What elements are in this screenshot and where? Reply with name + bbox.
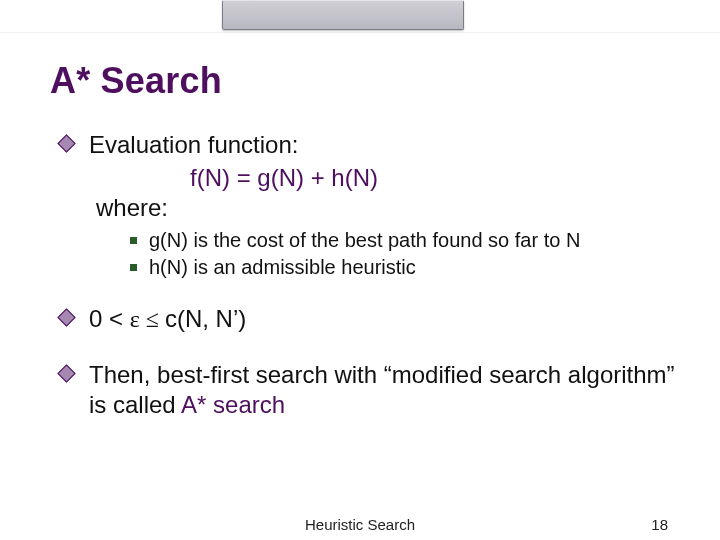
square-bullet-icon [130, 264, 137, 271]
eval-label: Evaluation function: [89, 130, 298, 160]
definition-g: g(N) is the cost of the best path found … [130, 228, 680, 253]
footer-label: Heuristic Search [305, 516, 415, 533]
page-number: 18 [651, 516, 668, 533]
title-placeholder-bar [222, 0, 464, 30]
inequality-text: 0 < ε ≤ c(N, N’) [89, 304, 246, 334]
ineq-prefix: 0 < [89, 305, 130, 332]
ineq-rhs: c(N, N’) [165, 305, 246, 332]
def-h-text: h(N) is an admissible heuristic [149, 255, 416, 280]
top-bar [0, 0, 720, 33]
diamond-bullet-icon [57, 364, 75, 382]
diamond-bullet-icon [57, 308, 75, 326]
diamond-bullet-icon [57, 134, 75, 152]
conclusion-text: Then, best-first search with “modified s… [89, 360, 680, 420]
conclusion-pre: Then, best-first search with “modified s… [89, 361, 675, 418]
definition-h: h(N) is an admissible heuristic [130, 255, 680, 280]
slide: A* Search Evaluation function: f(N) = g(… [0, 0, 720, 540]
leq-symbol: ≤ [140, 306, 165, 332]
conclusion-accent: A* search [181, 391, 285, 418]
formula: f(N) = g(N) + h(N) [190, 164, 680, 192]
where-label: where: [96, 194, 680, 222]
bullet-conclusion: Then, best-first search with “modified s… [60, 360, 680, 420]
epsilon-symbol: ε [130, 306, 140, 332]
bullet-inequality: 0 < ε ≤ c(N, N’) [60, 304, 680, 334]
slide-content: Evaluation function: f(N) = g(N) + h(N) … [60, 130, 680, 424]
bullet-evaluation: Evaluation function: [60, 130, 680, 160]
square-bullet-icon [130, 237, 137, 244]
slide-title: A* Search [50, 60, 222, 102]
def-g-text: g(N) is the cost of the best path found … [149, 228, 580, 253]
